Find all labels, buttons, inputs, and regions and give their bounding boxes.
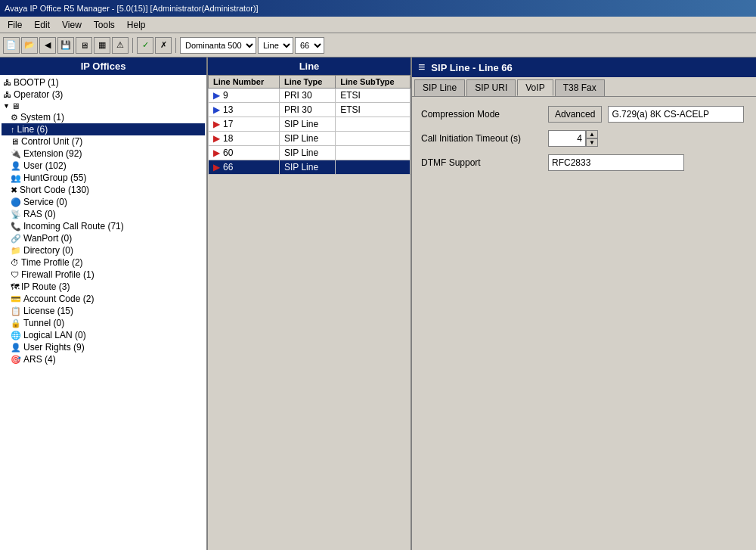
compression-mode-label: Compression Mode — [421, 109, 542, 120]
tree-item[interactable]: 🖥Control Unit (7) — [2, 135, 205, 148]
tree-item[interactable]: 🖧Operator (3) — [2, 89, 205, 101]
spinner-up-button[interactable]: ▲ — [586, 130, 598, 138]
form-area: Compression Mode Advanced Call Initiatio… — [412, 97, 756, 550]
menu-edit[interactable]: Edit — [29, 18, 54, 32]
toolbar-btn-new[interactable]: 📄 — [3, 37, 20, 54]
toolbar-btn-cancel[interactable]: ✗ — [155, 37, 172, 54]
tab-sip-uri[interactable]: SIP URI — [466, 79, 516, 96]
call-init-timeout-row: Call Initiation Timeout (s) ▲ ▼ — [421, 130, 747, 147]
cell-line-type: SIP Line — [279, 132, 335, 146]
tree-item[interactable]: 🔌Extension (92) — [2, 148, 205, 160]
title-text: Avaya IP Office R5 Manager - [5.0(15)] [… — [5, 4, 259, 13]
tree-item[interactable]: 👤User Rights (9) — [2, 341, 205, 353]
toolbar-number-select[interactable]: 66 — [295, 37, 324, 54]
tree-item[interactable]: 📡RAS (0) — [2, 208, 205, 220]
advanced-button[interactable]: Advanced — [548, 106, 602, 123]
tree-item[interactable]: 🛡Firewall Profile (1) — [2, 269, 205, 281]
tree-item[interactable]: 📞Incoming Call Route (71) — [2, 220, 205, 232]
menu-file[interactable]: File — [3, 18, 26, 32]
tree-item[interactable]: ⏱Time Profile (2) — [2, 256, 205, 269]
cell-line-subtype — [336, 160, 411, 175]
tree-item[interactable]: ↑Line (6) — [2, 123, 205, 135]
tree-item[interactable]: 🔒Tunnel (0) — [2, 317, 205, 329]
col-line-type: Line Type — [279, 76, 335, 89]
cell-line-subtype — [336, 117, 411, 132]
toolbar-btn-check[interactable]: ✓ — [137, 37, 153, 54]
toolbar-btn-monitor[interactable]: 🖥 — [76, 37, 92, 54]
dtmf-support-row: DTMF Support — [421, 154, 747, 171]
cell-line-subtype — [336, 146, 411, 160]
toolbar-btn-grid[interactable]: ▦ — [94, 37, 110, 54]
right-panel-title: SIP Line - Line 66 — [431, 62, 512, 73]
right-panel-header: ≡ SIP Line - Line 66 — [412, 57, 756, 77]
tree-container: 🖧BOOTP (1)🖧Operator (3)▼🖥⚙System (1)↑Lin… — [0, 75, 206, 550]
call-init-timeout-label: Call Initiation Timeout (s) — [421, 133, 542, 144]
toolbar-btn-arrow[interactable]: ◀ — [39, 37, 56, 54]
toolbar-btn-save[interactable]: 💾 — [57, 37, 74, 54]
cell-line-number: ▶66 — [209, 160, 280, 175]
compression-mode-row: Compression Mode Advanced — [421, 106, 747, 123]
cell-line-type: PRI 30 — [279, 89, 335, 103]
tree-item[interactable]: 📋License (15) — [2, 305, 205, 317]
cell-line-type: SIP Line — [279, 117, 335, 132]
menu-bar: File Edit View Tools Help — [0, 17, 756, 33]
menu-view[interactable]: View — [57, 18, 86, 32]
spinner-container: ▲ ▼ — [548, 130, 598, 147]
compression-mode-input[interactable] — [608, 106, 744, 123]
toolbar-sep-2 — [175, 38, 176, 53]
call-init-timeout-input[interactable] — [548, 130, 586, 147]
table-row[interactable]: ▶18 SIP Line — [209, 132, 411, 146]
main-container: IP Offices 🖧BOOTP (1)🖧Operator (3)▼🖥⚙Sys… — [0, 57, 756, 550]
right-panel: ≡ SIP Line - Line 66 SIP Line SIP URI Vo… — [412, 57, 756, 550]
tree-item[interactable]: ✖Short Code (130) — [2, 184, 205, 196]
toolbar-sep-1 — [132, 38, 133, 53]
tree-item[interactable]: 🎯ARS (4) — [2, 353, 205, 365]
cell-line-subtype — [336, 132, 411, 146]
cell-line-subtype: ETSI — [336, 89, 411, 103]
toolbar-type-select[interactable]: Line — [258, 37, 293, 54]
tree-item[interactable]: 🔵Service (0) — [2, 196, 205, 208]
cell-line-type: PRI 30 — [279, 103, 335, 117]
toolbar: 📄 📂 ◀ 💾 🖥 ▦ ⚠ ✓ ✗ Dominanta 500 Line 66 — [0, 33, 756, 57]
tree-item[interactable]: 🔗WanPort (0) — [2, 232, 205, 244]
tree-item[interactable]: 🖧BOOTP (1) — [2, 76, 205, 89]
menu-tools[interactable]: Tools — [89, 18, 119, 32]
header-icon: ≡ — [418, 61, 425, 74]
tabs-container: SIP Line SIP URI VoIP T38 Fax — [412, 77, 756, 97]
title-bar: Avaya IP Office R5 Manager - [5.0(15)] [… — [0, 0, 756, 17]
toolbar-btn-open[interactable]: 📂 — [21, 37, 38, 54]
tree-item[interactable]: 👥HuntGroup (55) — [2, 172, 205, 184]
mid-panel: Line Line Number Line Type Line SubType … — [208, 57, 412, 550]
cell-line-number: ▶9 — [209, 89, 280, 103]
dtmf-support-input[interactable] — [548, 154, 684, 171]
menu-help[interactable]: Help — [122, 18, 150, 32]
tree-item[interactable]: 📁Directory (0) — [2, 244, 205, 256]
table-row[interactable]: ▶9 PRI 30 ETSI — [209, 89, 411, 103]
table-row[interactable]: ▶66 SIP Line — [209, 160, 411, 175]
cell-line-number: ▶13 — [209, 103, 280, 117]
tab-voip[interactable]: VoIP — [517, 79, 553, 96]
tree-item[interactable]: 🗺IP Route (3) — [2, 281, 205, 293]
cell-line-number: ▶60 — [209, 146, 280, 160]
table-row[interactable]: ▶17 SIP Line — [209, 117, 411, 132]
table-row[interactable]: ▶13 PRI 30 ETSI — [209, 103, 411, 117]
spinner-down-button[interactable]: ▼ — [586, 138, 598, 147]
tree-item[interactable]: 💳Account Code (2) — [2, 293, 205, 305]
toolbar-btn-warning[interactable]: ⚠ — [112, 37, 129, 54]
left-panel-header: IP Offices — [0, 57, 206, 75]
toolbar-server-select[interactable]: Dominanta 500 — [180, 37, 256, 54]
tree-item[interactable]: ▼🖥 — [2, 101, 205, 111]
cell-line-type: SIP Line — [279, 160, 335, 175]
col-line-number: Line Number — [209, 76, 280, 89]
tree-item[interactable]: 🌐Logical LAN (0) — [2, 329, 205, 341]
table-row[interactable]: ▶60 SIP Line — [209, 146, 411, 160]
cell-line-subtype: ETSI — [336, 103, 411, 117]
line-table: Line Number Line Type Line SubType ▶9 PR… — [208, 75, 411, 175]
tab-sip-line[interactable]: SIP Line — [414, 79, 465, 96]
cell-line-number: ▶18 — [209, 132, 280, 146]
cell-line-type: SIP Line — [279, 146, 335, 160]
tree-item[interactable]: 👤User (102) — [2, 160, 205, 172]
tab-t38-fax[interactable]: T38 Fax — [555, 79, 605, 96]
col-line-subtype: Line SubType — [336, 76, 411, 89]
tree-item[interactable]: ⚙System (1) — [2, 111, 205, 123]
